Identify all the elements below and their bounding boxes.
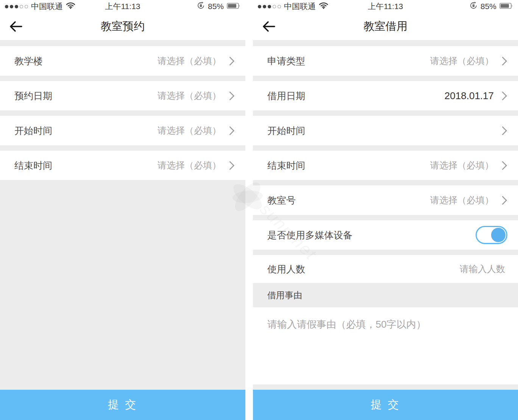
back-button[interactable] bbox=[261, 19, 277, 34]
signal-strength-icon bbox=[5, 5, 28, 8]
status-right: 85% bbox=[470, 2, 513, 11]
chevron-right-icon bbox=[225, 126, 234, 135]
row-placeholder: 请选择（必填） bbox=[430, 159, 494, 171]
section-separator bbox=[0, 40, 245, 46]
status-bar: 中国联通 上午11:13 bbox=[253, 0, 518, 13]
status-right: 85% bbox=[197, 2, 240, 11]
row-label: 使用人数 bbox=[267, 263, 305, 275]
form-row-application-type[interactable]: 申请类型 请选择（必填） bbox=[253, 46, 518, 76]
row-label: 结束时间 bbox=[267, 159, 305, 172]
form-row-start-time[interactable]: 开始时间 bbox=[253, 116, 518, 145]
chevron-right-icon bbox=[225, 91, 234, 100]
row-separator bbox=[253, 180, 518, 185]
submit-button[interactable]: 提 交 bbox=[0, 390, 245, 420]
form-row-multimedia-toggle: 是否使用多媒体设备 bbox=[253, 220, 518, 250]
battery-icon bbox=[499, 2, 513, 11]
status-left: 中国联通 bbox=[258, 1, 328, 12]
form-row-reservation-date[interactable]: 预约日期 请选择（必填） bbox=[0, 81, 245, 110]
form-row-end-time[interactable]: 结束时间 请选择（必填） bbox=[253, 151, 518, 180]
section-separator bbox=[253, 40, 518, 46]
submit-button[interactable]: 提 交 bbox=[253, 390, 518, 420]
form-row-borrow-date[interactable]: 借用日期 2018.01.17 bbox=[253, 81, 518, 110]
screenshot-canvas: 中国联通 上午11:13 bbox=[0, 0, 518, 420]
wifi-icon bbox=[66, 2, 75, 11]
page-title: 教室借用 bbox=[253, 19, 518, 34]
orientation-lock-icon bbox=[197, 2, 205, 11]
carrier-label: 中国联通 bbox=[31, 1, 63, 12]
toggle-knob bbox=[491, 228, 506, 242]
reason-textarea[interactable]: 请输入请假事由（必填，50字以内） bbox=[253, 307, 518, 384]
row-separator bbox=[253, 145, 518, 151]
chevron-right-icon bbox=[498, 91, 507, 100]
people-count-input[interactable]: 请输入人数 bbox=[460, 263, 505, 275]
multimedia-toggle-switch[interactable] bbox=[476, 226, 507, 244]
row-label: 预约日期 bbox=[14, 90, 52, 102]
orientation-lock-icon bbox=[470, 2, 477, 11]
row-separator bbox=[253, 215, 518, 220]
signal-strength-icon bbox=[258, 5, 281, 8]
row-separator bbox=[253, 384, 518, 390]
nav-bar: 教室借用 bbox=[253, 13, 518, 40]
status-left: 中国联通 bbox=[5, 1, 75, 12]
row-value-date: 2018.01.17 bbox=[445, 90, 494, 102]
row-separator bbox=[0, 110, 245, 116]
row-separator bbox=[253, 110, 518, 116]
row-label: 借用日期 bbox=[267, 90, 305, 102]
row-placeholder: 请选择（必填） bbox=[158, 90, 221, 102]
row-placeholder: 请选择（必填） bbox=[430, 194, 494, 206]
reason-section-header: 借用事由 bbox=[253, 283, 518, 307]
form-row-classroom-number[interactable]: 教室号 请选择（必填） bbox=[253, 185, 518, 215]
chevron-right-icon bbox=[225, 56, 234, 65]
row-separator bbox=[253, 76, 518, 81]
row-label: 申请类型 bbox=[267, 55, 305, 67]
chevron-right-icon bbox=[498, 196, 507, 205]
row-label: 教学楼 bbox=[14, 55, 43, 67]
page-title: 教室预约 bbox=[0, 19, 245, 34]
row-label: 结束时间 bbox=[14, 159, 52, 172]
row-label: 开始时间 bbox=[267, 124, 305, 137]
carrier-label: 中国联通 bbox=[284, 1, 316, 12]
back-button[interactable] bbox=[8, 19, 24, 34]
battery-icon bbox=[227, 2, 240, 11]
row-separator bbox=[0, 145, 245, 151]
chevron-right-icon bbox=[225, 161, 234, 170]
battery-percent-label: 85% bbox=[208, 2, 224, 11]
nav-bar: 教室预约 bbox=[0, 13, 245, 40]
screen-classroom-borrow: 中国联通 上午11:13 bbox=[253, 0, 518, 420]
chevron-right-icon bbox=[498, 161, 507, 170]
screen-classroom-reservation: 中国联通 上午11:13 bbox=[0, 0, 245, 420]
row-placeholder: 请选择（必填） bbox=[158, 159, 221, 171]
row-separator bbox=[253, 250, 518, 255]
form-row-teaching-building[interactable]: 教学楼 请选择（必填） bbox=[0, 46, 245, 76]
row-label: 开始时间 bbox=[14, 124, 52, 137]
chevron-right-icon bbox=[498, 126, 507, 135]
row-placeholder: 请选择（必填） bbox=[430, 55, 494, 67]
form-row-people-count[interactable]: 使用人数 请输入人数 bbox=[253, 255, 518, 283]
row-placeholder: 请选择（必填） bbox=[158, 55, 221, 67]
row-label: 是否使用多媒体设备 bbox=[267, 229, 353, 241]
status-bar: 中国联通 上午11:13 bbox=[0, 0, 245, 13]
row-separator bbox=[0, 76, 245, 81]
row-placeholder: 请选择（必填） bbox=[158, 124, 221, 137]
empty-area bbox=[0, 180, 245, 390]
form-row-start-time[interactable]: 开始时间 请选择（必填） bbox=[0, 116, 245, 145]
wifi-icon bbox=[319, 2, 328, 11]
row-label: 教室号 bbox=[267, 194, 296, 207]
chevron-right-icon bbox=[498, 56, 507, 65]
form-row-end-time[interactable]: 结束时间 请选择（必填） bbox=[0, 151, 245, 180]
battery-percent-label: 85% bbox=[481, 2, 496, 11]
